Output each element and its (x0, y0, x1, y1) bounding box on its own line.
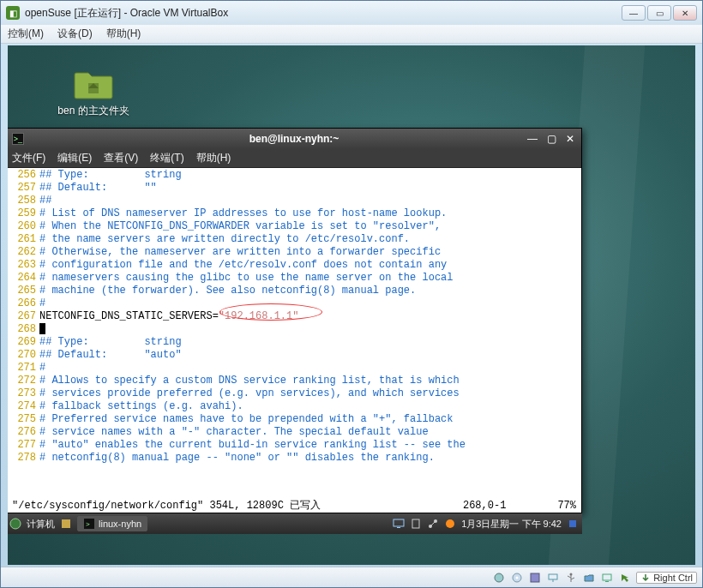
host-key-indicator[interactable]: Right Ctrl (636, 572, 697, 584)
line-text: # When the NETCONFIG_DNS_FORWARDER varia… (39, 220, 441, 232)
line-number: 259 (10, 207, 36, 220)
terminal-line: 257## Default: "" (10, 182, 578, 195)
terminal-line: 274# fallback settings (e.g. avahi). (10, 400, 578, 413)
svg-point-11 (446, 519, 454, 528)
line-text: ## Default: "auto" (39, 349, 182, 361)
terminal-line: 266# (10, 297, 578, 310)
line-number: 272 (10, 375, 36, 387)
vb-network-icon[interactable] (546, 571, 560, 585)
line-number: 269 (10, 336, 36, 349)
term-close-button[interactable]: ✕ (564, 133, 576, 145)
folder-label: ben 的主文件夹 (51, 104, 136, 118)
cursor (39, 323, 45, 334)
line-text: # Allows to specify a custom DNS service… (39, 375, 460, 387)
line-number: 268 (10, 323, 36, 336)
home-folder-icon[interactable]: ben 的主文件夹 (51, 66, 136, 118)
tray-bluetooth-icon[interactable] (567, 518, 579, 530)
terminal-line: 270## Default: "auto" (10, 349, 578, 362)
svg-text:>: > (86, 520, 90, 528)
line-number: 267 (10, 310, 36, 323)
close-button[interactable]: ✕ (673, 5, 697, 21)
minimize-button[interactable]: — (622, 5, 646, 21)
line-text: # (39, 297, 45, 309)
guest-desktop[interactable]: ben 的主文件夹 >_ ben@linux-nyhn:~ — ▢ ✕ 文件(F… (8, 45, 695, 565)
vim-status-line: "/etc/sysconfig/network/config" 354L, 12… (8, 497, 581, 513)
tray-clipboard-icon[interactable] (410, 518, 422, 530)
line-number: 258 (10, 195, 36, 207)
vb-usb-icon[interactable] (564, 571, 578, 585)
menu-help[interactable]: 帮助(H) (106, 27, 141, 41)
svg-line-22 (571, 578, 574, 579)
vb-hdd-icon[interactable] (492, 571, 506, 585)
line-text: # "auto" enables the current build-in se… (39, 439, 466, 451)
line-text: ## Type: string (39, 169, 182, 181)
term-menu-view[interactable]: 查看(V) (104, 151, 138, 165)
svg-rect-7 (412, 519, 419, 528)
terminal-line: 260# When the NETCONFIG_DNS_FORWARDER va… (10, 220, 578, 233)
line-number: 256 (10, 169, 36, 182)
svg-rect-23 (603, 574, 611, 580)
terminal-body[interactable]: 256## Type: string257## Default: ""258##… (8, 168, 581, 497)
term-menu-term[interactable]: 终端(T) (150, 151, 183, 165)
vb-display-icon[interactable] (600, 571, 614, 585)
terminal-line: 262# Otherwise, the nameserver are writt… (10, 246, 578, 259)
tray-updater-icon[interactable] (444, 518, 456, 530)
svg-rect-5 (394, 519, 404, 526)
terminal-titlebar[interactable]: >_ ben@linux-nyhn:~ — ▢ ✕ (8, 129, 581, 149)
win-titlebar[interactable]: ◧ openSuse [正在运行] - Oracle VM VirtualBox… (1, 1, 702, 25)
line-number: 275 (10, 413, 36, 426)
terminal-line: 267NETCONFIG_DNS_STATIC_SERVERS="192.168… (10, 310, 578, 323)
term-menu-file[interactable]: 文件(F) (12, 151, 45, 165)
tray-network-icon[interactable] (427, 518, 439, 530)
window-title: openSuse [正在运行] - Oracle VM VirtualBox (25, 6, 620, 21)
menu-device[interactable]: 设备(D) (57, 27, 93, 41)
linux-taskbar[interactable]: 计算机 > linux-nyhn 1月3日星期一 下午 9:42 (8, 513, 582, 534)
line-text: # Preferred service names have to be pre… (39, 413, 453, 425)
start-icon[interactable] (9, 518, 21, 530)
status-percent: 77% (557, 500, 576, 512)
svg-point-13 (495, 573, 503, 582)
tray-monitor-icon[interactable] (393, 518, 405, 530)
term-maximize-button[interactable]: ▢ (545, 133, 557, 145)
term-menu-edit[interactable]: 编辑(E) (57, 151, 92, 165)
terminal-icon: >_ (12, 133, 24, 145)
vb-mouse-integration-icon[interactable] (618, 571, 632, 585)
terminal-window[interactable]: >_ ben@linux-nyhn:~ — ▢ ✕ 文件(F) 编辑(E) 查看… (8, 128, 582, 513)
term-menu-help[interactable]: 帮助(H) (196, 151, 231, 165)
line-text: ## Type: string (39, 336, 182, 348)
terminal-line: 265# machine (the forwarder). See also n… (10, 285, 578, 297)
terminal-line: 272# Allows to specify a custom DNS serv… (10, 375, 578, 387)
vb-optical-icon[interactable] (510, 571, 524, 585)
term-minimize-button[interactable]: — (526, 133, 538, 145)
svg-rect-17 (549, 574, 557, 579)
line-number: 274 (10, 400, 36, 413)
svg-rect-12 (569, 520, 576, 527)
svg-line-21 (568, 576, 571, 578)
line-number: 271 (10, 362, 36, 375)
maximize-button[interactable]: ▭ (647, 5, 671, 21)
win-menubar: 控制(M) 设备(D) 帮助(H) (1, 25, 702, 44)
terminal-menubar: 文件(F) 编辑(E) 查看(V) 终端(T) 帮助(H) (8, 149, 581, 168)
line-text: # (39, 362, 45, 374)
svg-rect-24 (605, 581, 609, 582)
terminal-line: 273# services provide preferred (e.g. vp… (10, 387, 578, 400)
note-icon[interactable] (60, 518, 72, 530)
arrow-down-icon (640, 573, 651, 583)
line-text: # the name servers are written directly … (39, 233, 410, 245)
line-text: # netconfig(8) manual page -- "none" or … (39, 452, 435, 464)
folder-icon (73, 66, 114, 100)
status-pos: 268,0-1 (463, 500, 506, 512)
line-text: ## Default: "" (39, 182, 157, 194)
taskbar-item-terminal[interactable]: > linux-nyhn (77, 516, 147, 531)
line-text: # nameservers causing the glibc to use t… (39, 272, 453, 284)
virtualbox-icon: ◧ (6, 6, 20, 20)
vb-floppy-icon[interactable] (528, 571, 542, 585)
computer-label[interactable]: 计算机 (27, 518, 55, 531)
line-number: 261 (10, 233, 36, 246)
terminal-line: 261# the name servers are written direct… (10, 233, 578, 246)
vb-shared-folder-icon[interactable] (582, 571, 596, 585)
menu-control[interactable]: 控制(M) (8, 27, 44, 41)
virtualbox-window: ◧ openSuse [正在运行] - Oracle VM VirtualBox… (0, 0, 703, 588)
clock[interactable]: 1月3日星期一 下午 9:42 (461, 518, 562, 531)
terminal-title: ben@linux-nyhn:~ (8, 133, 581, 145)
